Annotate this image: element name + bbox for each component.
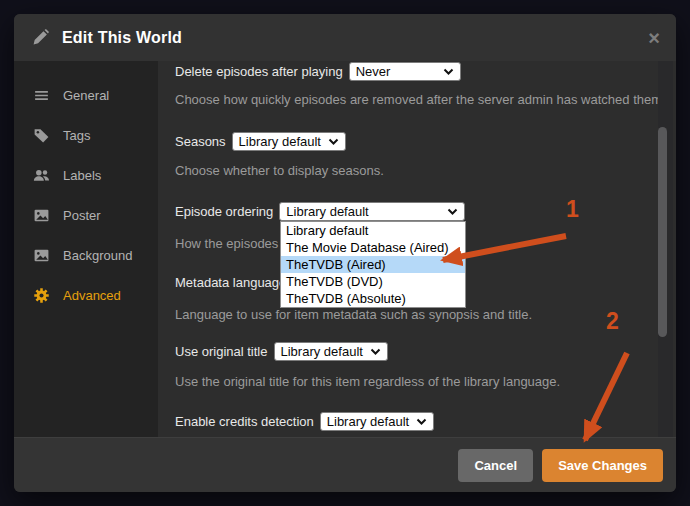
users-icon [33,167,50,184]
setting-episode-ordering: Episode ordering Library default [175,202,465,221]
image-icon [33,247,50,264]
dropdown-option[interactable]: The Movie Database (Aired) [281,239,465,256]
sidebar-item-general[interactable]: General [14,75,158,115]
modal-footer: Cancel Save Changes [14,437,676,492]
modal-header: Edit This World × [14,14,676,61]
save-changes-button[interactable]: Save Changes [542,449,663,482]
setting-seasons: Seasons Library default [175,132,346,151]
seasons-select[interactable]: Library default [232,132,346,151]
setting-credits-detection: Enable credits detection Library default [175,412,434,431]
dropdown-option[interactable]: TheTVDB (Absolute) [281,290,465,307]
edit-modal: Edit This World × General Tags [14,14,676,492]
episode-ordering-dropdown: Library default The Movie Database (Aire… [280,221,466,308]
sidebar-item-tags[interactable]: Tags [14,115,158,155]
pencil-icon [32,29,49,46]
setting-delete-episodes: Delete episodes after playing Never [175,62,461,81]
dropdown-option[interactable]: Library default [281,222,465,239]
cancel-button[interactable]: Cancel [458,449,533,482]
sidebar-item-poster[interactable]: Poster [14,195,158,235]
scrollbar-track[interactable] [658,61,673,437]
use-original-title-select[interactable]: Library default [274,342,388,361]
settings-panel: Delete episodes after playing Never Choo… [158,61,676,437]
close-icon[interactable]: × [648,28,660,48]
episode-ordering-select[interactable]: Library default [279,202,465,221]
image-icon [33,207,50,224]
dropdown-option-highlighted[interactable]: TheTVDB (Aired) [281,256,465,273]
chevron-down-icon [443,68,454,75]
dropdown-option[interactable]: TheTVDB (DVD) [281,273,465,290]
delete-episodes-select[interactable]: Never [349,62,461,81]
setting-metadata-language: Metadata language [175,275,292,290]
chevron-down-icon [370,348,381,355]
sidebar-item-background[interactable]: Background [14,235,158,275]
setting-use-original-title: Use original title Library default [175,342,388,361]
gear-icon [33,287,50,304]
sidebar: General Tags Labels [14,61,158,437]
scrollbar-thumb[interactable] [658,127,667,337]
chevron-down-icon [416,418,427,425]
chevron-down-icon [328,138,339,145]
sidebar-item-labels[interactable]: Labels [14,155,158,195]
tag-icon [33,127,50,144]
modal-title: Edit This World [62,29,182,47]
sidebar-item-advanced[interactable]: Advanced [14,275,158,315]
credits-detection-select[interactable]: Library default [320,412,434,431]
list-icon [33,87,50,104]
chevron-down-icon [447,208,458,215]
